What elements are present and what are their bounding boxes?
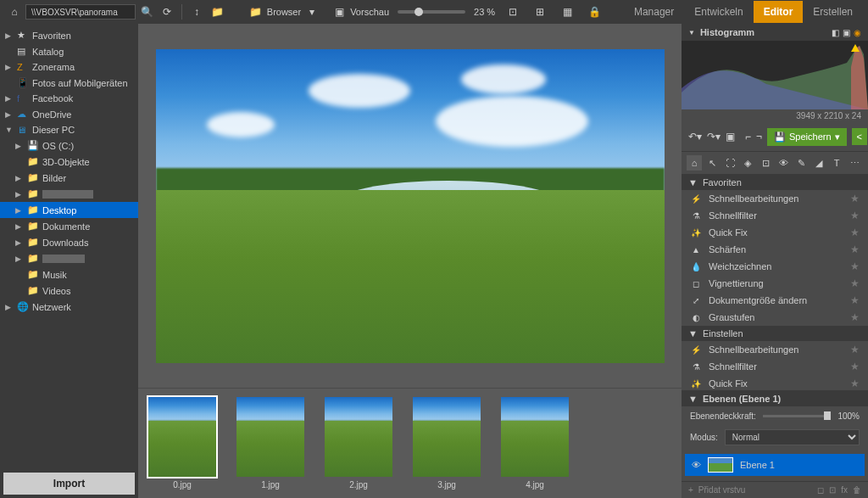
mode-develop[interactable]: Entwickeln [684, 1, 753, 23]
tool-quickfix2[interactable]: ✨Quick Fix★ [682, 375, 868, 390]
tab-more[interactable]: ⋯ [847, 155, 862, 171]
tool-schaerfen[interactable]: ▲Schärfen★ [682, 241, 868, 258]
compare-icon[interactable]: ▣ [726, 127, 735, 146]
tree-downloads[interactable]: ▶📁Downloads [0, 234, 138, 250]
star-icon[interactable]: ★ [850, 361, 860, 372]
section-favoriten[interactable]: ▼Favoriten [682, 175, 868, 190]
tool-graustufen[interactable]: ◐Graustufen★ [682, 309, 868, 326]
dropdown-icon[interactable]: ▾ [303, 3, 321, 21]
delete-icon[interactable]: 🗑 [853, 485, 861, 495]
tool-quickfix[interactable]: ✨Quick Fix★ [682, 224, 868, 241]
tree-dokumente[interactable]: ▶📁Dokumente [0, 218, 138, 234]
tab-home[interactable]: ⌂ [687, 155, 702, 171]
add-layer-icon[interactable]: + [688, 485, 693, 495]
thumb-2[interactable]: 📷ⓘ 2.jpg [325, 397, 392, 490]
tool-vignettierung[interactable]: ◻Vignettierung★ [682, 275, 868, 292]
opacity-slider[interactable] [763, 415, 832, 417]
star-icon[interactable]: ★ [850, 210, 860, 221]
lock-icon[interactable]: 🔒 [585, 3, 604, 21]
save-button[interactable]: 💾Speichern▾ [767, 128, 847, 146]
tab-text[interactable]: T [829, 155, 844, 171]
layer-1[interactable]: 👁 Ebene 1 [685, 454, 865, 476]
thumb-0[interactable]: 📷ⓘ 0.jpg [148, 397, 216, 490]
tool-schnellfilter2[interactable]: ⚗Schnellfilter★ [682, 358, 868, 375]
tool-dokumentgroesse[interactable]: ⤢Dokumentgröße ändern★ [682, 292, 868, 309]
tree-mobile[interactable]: 📱Fotos auf Mobilgeräten [0, 75, 138, 91]
thumb-3[interactable]: 📷ⓘ 3.jpg [413, 397, 481, 490]
tree-musik[interactable]: 📁Musik [0, 266, 138, 283]
tool-schnellbearbeitungen[interactable]: ⚡Schnellbearbeitungen★ [682, 190, 868, 207]
star-icon[interactable]: ★ [850, 311, 860, 323]
tree-desktop[interactable]: ▶📁Desktop [0, 202, 138, 218]
mode-manager[interactable]: Manager [624, 1, 684, 23]
tab-fill[interactable]: ◢ [811, 155, 826, 171]
search-icon[interactable]: 🔍 [137, 3, 156, 21]
tool-schnellfilter[interactable]: ⚗Schnellfilter★ [682, 207, 868, 224]
tab-clone[interactable]: ⊡ [758, 155, 773, 171]
zoom-slider[interactable] [398, 10, 465, 14]
tab-crop[interactable]: ⛶ [722, 155, 737, 171]
tree-katalog[interactable]: ▤Katalog [0, 43, 138, 59]
star-icon[interactable]: ★ [850, 378, 860, 389]
collapse-icon[interactable]: ▼ [688, 29, 695, 36]
add-layer-label[interactable]: Přidat vrstvu [698, 485, 746, 495]
import-button[interactable]: Import [3, 473, 135, 495]
mode-select[interactable]: Normal [725, 429, 860, 445]
star-icon[interactable]: ★ [850, 260, 860, 272]
tree-netzwerk[interactable]: ▶🌐Netzwerk [0, 299, 138, 315]
undo-icon[interactable]: ↶▾ [688, 127, 702, 146]
preview-label[interactable]: Vorschau [350, 7, 389, 17]
fx-icon[interactable]: fx [841, 485, 848, 495]
home-icon[interactable]: ⌂ [5, 3, 24, 21]
path-input[interactable] [25, 4, 136, 20]
fit2-icon[interactable]: ⊞ [531, 3, 549, 21]
folder-icon[interactable]: 📁 [247, 3, 265, 21]
star-icon[interactable]: ★ [850, 193, 860, 204]
histogram-header[interactable]: ▼ Histogramm ◧ ▣ ◉ [682, 24, 868, 42]
preview-area[interactable] [138, 24, 682, 388]
tab-select[interactable]: ↖ [704, 155, 720, 171]
tab-liquify[interactable]: ◈ [740, 155, 755, 171]
histo-warning-icon[interactable]: ◉ [854, 28, 861, 37]
tree-favoriten[interactable]: ▶★Favoriten [0, 27, 138, 43]
mode-editor[interactable]: Editor [754, 1, 804, 23]
star-icon[interactable]: ★ [850, 294, 860, 306]
bracket1-icon[interactable]: ⌐ [745, 127, 751, 146]
fit-icon[interactable]: ⊡ [504, 3, 522, 21]
tree-blurred1[interactable]: ▶📁 [0, 186, 138, 202]
tab-brush[interactable]: ✎ [793, 155, 809, 171]
star-icon[interactable]: ★ [850, 344, 860, 355]
thumb-1[interactable]: 📷ⓘ 1.jpg [236, 397, 304, 490]
thumb-4[interactable]: 📷ⓘ 4.jpg [501, 397, 569, 490]
bracket2-icon[interactable]: ¬ [756, 127, 762, 146]
star-icon[interactable]: ★ [850, 227, 860, 238]
tree-onedrive[interactable]: ▶☁OneDrive [0, 106, 138, 122]
preview-icon[interactable]: ▣ [330, 3, 348, 21]
tree-thispc[interactable]: ▼🖥Dieser PC [0, 122, 138, 137]
layers-header[interactable]: ▼Ebenen (Ebene 1) [682, 391, 868, 406]
section-einstellen[interactable]: ▼Einstellen [682, 326, 868, 341]
star-icon[interactable]: ★ [850, 243, 860, 255]
star-icon[interactable]: ★ [850, 277, 860, 289]
duplicate-icon[interactable]: ⊡ [829, 485, 836, 495]
tree-3d[interactable]: 📁3D-Objekte [0, 154, 138, 170]
tree-blurred2[interactable]: ▶📁 [0, 250, 138, 266]
tree-facebook[interactable]: ▶fFacebook [0, 91, 138, 106]
tool-schnellbearbeitungen2[interactable]: ⚡Schnellbearbeitungen★ [682, 341, 868, 358]
tree-zonerama[interactable]: ▶ZZonerama [0, 59, 138, 75]
refresh-icon[interactable]: ⟳ [158, 3, 176, 21]
tree-videos[interactable]: 📁Videos [0, 283, 138, 299]
redo-icon[interactable]: ↷▾ [707, 127, 721, 146]
mask-icon[interactable]: ◻ [817, 485, 824, 495]
filmstrip[interactable]: 📷ⓘ 0.jpg 📷ⓘ 1.jpg 📷ⓘ 2.jpg 📷ⓘ 3.jpg 📷ⓘ [138, 388, 682, 498]
tab-redeye[interactable]: 👁 [776, 155, 791, 171]
histo-opt1-icon[interactable]: ◧ [832, 28, 839, 37]
folder-add-icon[interactable]: 📁 [208, 3, 226, 21]
tree-os[interactable]: ▶💾OS (C:) [0, 137, 138, 154]
visibility-icon[interactable]: 👁 [692, 460, 701, 470]
tree-bilder[interactable]: ▶📁Bilder [0, 170, 138, 186]
actual-icon[interactable]: ▦ [558, 3, 576, 21]
browser-label[interactable]: Browser [267, 7, 301, 17]
tool-weichzeichnen[interactable]: 💧Weichzeichnen★ [682, 258, 868, 275]
mode-create[interactable]: Erstellen [803, 1, 863, 23]
